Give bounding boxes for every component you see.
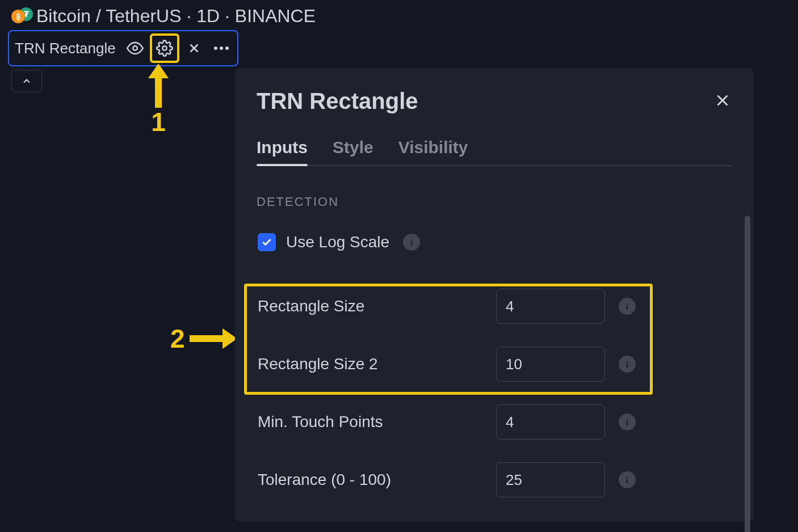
svg-rect-18	[627, 479, 628, 483]
annotation-1: 1	[146, 64, 171, 137]
rectangle-size-2-row: Rectangle Size 2	[257, 335, 732, 393]
indicator-name: TRN Rectangle	[12, 40, 120, 57]
indicator-toolbar: TRN Rectangle	[0, 30, 798, 66]
svg-point-5	[220, 47, 223, 50]
min-touch-points-input[interactable]	[496, 404, 605, 440]
pair-icons: ₮ ₿	[11, 7, 32, 26]
tolerance-row: Tolerance (0 - 100)	[257, 451, 732, 509]
dialog-header: TRN Rectangle	[257, 88, 732, 114]
svg-rect-14	[627, 364, 628, 368]
use-log-scale-checkbox[interactable]	[258, 233, 276, 251]
rectangle-size-input[interactable]	[496, 289, 605, 324]
tab-inputs[interactable]: Inputs	[257, 138, 308, 165]
annotation-2: 2	[170, 323, 237, 354]
dialog-close-icon[interactable]	[713, 91, 732, 112]
dialog-scrollbar[interactable]	[745, 216, 750, 532]
chart-header: ₮ ₿ Bitcoin / TetherUS · 1D · BINANCE	[0, 0, 798, 30]
dialog-tabs: Inputs Style Visibility	[257, 138, 732, 166]
tolerance-label: Tolerance (0 - 100)	[258, 471, 496, 489]
settings-dialog: TRN Rectangle Inputs Style Visibility DE…	[235, 68, 754, 522]
rectangle-size-2-input[interactable]	[496, 347, 605, 382]
rectangle-size-row: Rectangle Size	[257, 277, 732, 335]
svg-rect-12	[627, 306, 628, 310]
tab-style[interactable]: Style	[333, 138, 373, 165]
use-log-scale-label: Use Log Scale	[286, 233, 389, 251]
indicator-badge[interactable]: TRN Rectangle	[8, 30, 238, 66]
svg-point-1	[162, 46, 167, 50]
min-touch-points-row: Min. Touch Points	[257, 393, 732, 451]
settings-button-highlight	[150, 33, 179, 63]
dialog-title: TRN Rectangle	[257, 88, 418, 114]
svg-point-4	[214, 47, 217, 50]
annotation-1-label: 1	[146, 107, 171, 137]
use-log-scale-row: Use Log Scale	[257, 233, 732, 251]
min-touch-points-label: Min. Touch Points	[258, 413, 496, 431]
collapse-button[interactable]	[11, 70, 42, 92]
svg-point-0	[133, 46, 137, 50]
info-icon[interactable]	[619, 356, 636, 373]
rectangle-size-2-label: Rectangle Size 2	[258, 355, 496, 373]
tab-visibility[interactable]: Visibility	[398, 138, 468, 165]
more-icon[interactable]	[209, 36, 234, 61]
tolerance-input[interactable]	[496, 462, 605, 497]
symbol-title[interactable]: Bitcoin / TetherUS · 1D · BINANCE	[36, 6, 316, 27]
svg-point-15	[627, 419, 628, 421]
section-detection: DETECTION	[257, 195, 732, 209]
gear-icon[interactable]	[153, 37, 176, 60]
svg-point-6	[225, 47, 229, 50]
svg-point-11	[627, 303, 628, 305]
bitcoin-icon: ₿	[11, 10, 25, 23]
svg-point-17	[627, 477, 628, 479]
info-icon[interactable]	[619, 298, 636, 315]
close-icon[interactable]	[182, 36, 207, 61]
rectangle-size-label: Rectangle Size	[258, 297, 496, 315]
eye-icon[interactable]	[123, 36, 148, 61]
annotation-2-label: 2	[170, 323, 185, 354]
svg-point-9	[411, 239, 413, 241]
svg-rect-16	[627, 421, 628, 425]
svg-point-13	[627, 361, 628, 363]
info-icon[interactable]	[619, 471, 636, 488]
info-icon[interactable]	[619, 413, 636, 430]
info-icon[interactable]	[403, 234, 420, 251]
svg-rect-10	[411, 242, 413, 246]
